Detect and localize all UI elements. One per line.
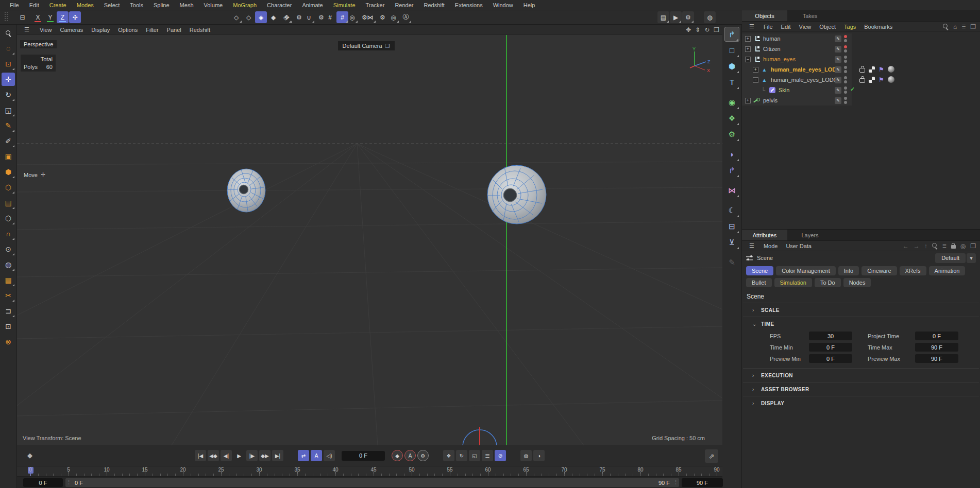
enabled-check-icon[interactable]: ✓ — [850, 86, 855, 93]
next-frame-button[interactable]: |▶ — [246, 450, 258, 461]
object-menu-tags[interactable]: Tags — [840, 23, 860, 30]
symmetry-object-icon[interactable]: ⋈ — [724, 183, 739, 198]
menu-animate[interactable]: Animate — [297, 1, 327, 9]
y-axis-lock-button[interactable]: Y — [44, 11, 56, 23]
cube-primitive-icon[interactable]: ⬢ — [724, 59, 739, 74]
target-button[interactable]: ◎ — [387, 11, 399, 23]
material-tag-icon[interactable] — [888, 66, 894, 73]
expand-icon[interactable]: + — [745, 36, 751, 42]
attribute-menu-user-data[interactable]: User Data — [782, 242, 816, 250]
section-header[interactable]: ›ASSET BROWSER — [743, 382, 979, 396]
spline-rectangle-icon[interactable]: □ — [724, 43, 739, 58]
autokeying-button[interactable]: A — [404, 450, 416, 461]
collapse-icon[interactable]: − — [745, 57, 751, 62]
tab-attributes[interactable]: Attributes — [742, 230, 787, 240]
live-selection-tool[interactable]: ◌ — [2, 42, 15, 55]
previous-frame-button[interactable]: ◀| — [221, 450, 232, 461]
volume-mesher-tool[interactable]: ◍ — [2, 258, 15, 271]
visibility-dot[interactable] — [844, 101, 847, 104]
field-preview-max[interactable]: 90 F — [915, 354, 958, 363]
filter-icon[interactable]: ☰ — [942, 243, 947, 249]
visibility-dot[interactable] — [844, 97, 847, 100]
menu-simulate[interactable]: Simulate — [329, 1, 360, 9]
magnet-snap-button[interactable]: ∪ — [303, 11, 315, 23]
attr-tab-cineware[interactable]: Cineware — [861, 266, 897, 275]
active-camera-label[interactable]: Default Camera ❐ — [338, 41, 395, 50]
menu-redshift[interactable]: Redshift — [419, 1, 449, 9]
tree-row-human_male_eyes_lod1[interactable]: +▲human_male_eyes_LOD1✎⚑ — [742, 64, 980, 75]
expand-icon[interactable]: + — [753, 67, 758, 73]
rotate-tool[interactable]: ↻ — [2, 88, 15, 101]
timeline-ruler[interactable]: 051015202530354045505560657075808590 — [17, 466, 722, 476]
solo-object-button[interactable]: ◑ — [533, 450, 545, 461]
render-picture-viewer-button[interactable]: ▶ — [670, 11, 682, 23]
layer-edit-icon[interactable]: ✎ — [835, 87, 841, 94]
sky-object-icon[interactable]: ☾ — [724, 203, 739, 218]
visibility-dot[interactable] — [844, 76, 847, 79]
visibility-dot[interactable] — [844, 56, 847, 59]
field-lock-tool[interactable]: ⊙ — [2, 242, 15, 256]
object-menu-object[interactable]: Object — [815, 23, 840, 30]
move-tool[interactable]: ✛ — [2, 73, 15, 86]
redshift-renderview-button[interactable]: ◍ — [704, 11, 716, 23]
menu-file[interactable]: File — [5, 1, 24, 9]
object-menu-bookmarks[interactable]: Bookmarks — [860, 23, 897, 30]
preset-dropdown-arrow-icon[interactable]: ▾ — [967, 253, 976, 263]
rectangle-selection-tool[interactable]: ⊡ — [2, 57, 15, 71]
subdivision-surface-tool[interactable]: ▤ — [2, 196, 15, 210]
attr-tab-color-management[interactable]: Color Management — [776, 266, 836, 275]
field-project-time[interactable]: 0 F — [915, 332, 958, 340]
previous-key-button[interactable]: ◀◆ — [208, 450, 219, 461]
key-rotation-button[interactable]: ↻ — [456, 450, 467, 461]
expand-icon[interactable]: + — [745, 98, 751, 103]
section-header[interactable]: ›DISPLAY — [743, 396, 979, 410]
key-position-button[interactable]: ❖ — [443, 450, 454, 461]
commander-search-button[interactable] — [2, 26, 15, 40]
viewport-menu-cameras[interactable]: Cameras — [56, 26, 88, 34]
next-key-button[interactable]: ◆▶ — [259, 450, 271, 461]
viewport-menu-redshift[interactable]: Redshift — [185, 26, 214, 34]
layer-edit-icon[interactable]: ✎ — [835, 46, 841, 53]
view-name-label[interactable]: Perspective — [20, 40, 57, 48]
frame-selected-tool[interactable]: ⊡ — [2, 320, 15, 333]
layer-edit-icon[interactable]: ✎ — [835, 56, 841, 63]
field-time-max[interactable]: 90 F — [915, 343, 958, 352]
attr-tab-to-do[interactable]: To Do — [815, 278, 841, 287]
tree-row-human[interactable]: +human✎ — [742, 33, 980, 44]
layer-edit-icon[interactable]: ✎ — [835, 77, 841, 83]
attr-tab-simulation[interactable]: Simulation — [774, 278, 812, 287]
viewport-menu-panel[interactable]: Panel — [163, 26, 185, 34]
key-pla-button[interactable]: ⊘ — [495, 450, 506, 461]
dynamics-button[interactable]: ⋈ — [364, 11, 376, 23]
cube-primitive-tool[interactable]: ⬢ — [2, 165, 15, 179]
spline-pen-tool[interactable]: ✐ — [2, 134, 15, 148]
tree-row-pelvis[interactable]: +pelvis✎ — [742, 95, 980, 106]
key-parameter-button[interactable]: ☰ — [482, 450, 493, 461]
preview-range-slider[interactable]: 0 F 90 F — [65, 478, 679, 487]
filter-icon[interactable]: ☰ — [961, 24, 966, 29]
menu-extensions[interactable]: Extensions — [450, 1, 487, 9]
toolbar-grip[interactable] — [4, 11, 8, 22]
volume-builder-tool[interactable]: ▦ — [2, 273, 15, 287]
section-header[interactable]: ›EXECUTION — [743, 369, 979, 382]
instance-tool[interactable]: ⬡ — [2, 212, 15, 225]
keyframe-selection-button[interactable]: ⚙ — [417, 450, 429, 461]
target-icon[interactable]: ◎ — [960, 242, 966, 250]
field-object-icon[interactable]: ◉ — [724, 95, 739, 110]
polygon-mode-button[interactable]: ◈ — [255, 11, 267, 23]
search-icon[interactable] — [932, 243, 938, 249]
object-manager-hamburger-icon[interactable]: ☰ — [745, 23, 758, 30]
bag-tag-icon[interactable] — [859, 78, 865, 83]
tree-row-citizen[interactable]: +Citizen✎ — [742, 44, 980, 54]
xpresso-tag-icon[interactable]: ↱ — [724, 163, 739, 178]
visibility-dot[interactable] — [844, 86, 847, 90]
viewport-menu-options[interactable]: Options — [114, 26, 142, 34]
menu-tracker[interactable]: Tracker — [361, 1, 390, 9]
visibility-dot[interactable] — [844, 45, 847, 48]
annotate-pencil-icon[interactable]: ✎ — [724, 255, 739, 270]
z-axis-lock-button[interactable]: Z — [57, 11, 69, 23]
make-editable-button[interactable]: ◇ — [230, 11, 242, 23]
record-keyframe-button[interactable]: ◆ — [392, 450, 403, 461]
back-arrow-icon[interactable]: ← — [903, 242, 909, 250]
menu-mograph[interactable]: MoGraph — [228, 1, 261, 9]
